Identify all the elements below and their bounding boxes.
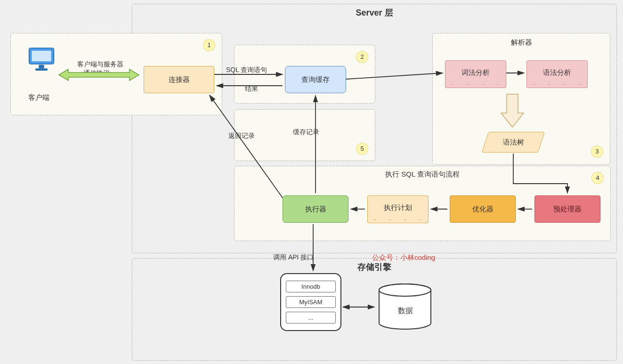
step-badge-1: 1 [203, 39, 215, 51]
query-cache-node: 查询缓存 [285, 66, 346, 93]
database-cylinder: 数据 [377, 283, 433, 331]
storage-layer-title: 存储引擎 [357, 261, 391, 273]
step-badge-4: 4 [591, 172, 604, 184]
svg-rect-1 [32, 51, 51, 62]
preprocessor-node: 预处理器 [534, 195, 600, 223]
credit-label: 公众号：小林coding [372, 253, 435, 262]
storage-layer-group: 存储引擎 [132, 258, 617, 361]
diagram-canvas: Server 层 存储引擎 1 客户端 客户端与服务器 通信协议 连接器 2 查… [0, 0, 623, 364]
exec-plan-node: 执行计划 [367, 195, 429, 220]
edge-sql-query: SQL 查询语句 [226, 66, 267, 74]
storage-item-innodb: Innodb [286, 281, 336, 292]
client-protocol-label: 客户端与服务器 通信协议 [70, 51, 123, 87]
client-label: 客户端 [28, 93, 49, 102]
executor-node: 执行器 [283, 195, 348, 223]
svg-rect-2 [39, 65, 44, 69]
edge-api-call: 调用 API 接口 [273, 253, 314, 262]
connector-node: 连接器 [144, 66, 214, 93]
storage-engines-box: Innodb MyISAM ... [280, 273, 341, 331]
syntax-tree-node: 语法树 [482, 132, 545, 153]
step-badge-5: 5 [356, 143, 368, 155]
edge-return-record: 返回记录 [228, 132, 255, 140]
server-layer-title: Server 层 [356, 7, 393, 18]
edge-result: 结果 [245, 85, 258, 93]
database-label: 数据 [398, 306, 413, 316]
storage-item-etc: ... [286, 312, 336, 324]
exec-flow-title: 执行 SQL 查询语句流程 [385, 170, 460, 179]
parser-group-title: 解析器 [511, 38, 532, 47]
step-badge-2: 2 [356, 51, 368, 63]
lexical-node: 词法分析 [445, 60, 506, 85]
syntax-node: 语法分析 [526, 60, 588, 85]
client-icon [27, 46, 56, 72]
step-badge-3: 3 [591, 146, 603, 158]
edge-cache-record: 缓存记录 [293, 128, 319, 137]
optimizer-node: 优化器 [450, 195, 516, 223]
svg-rect-3 [35, 68, 48, 71]
storage-item-myisam: MyISAM [286, 296, 336, 308]
